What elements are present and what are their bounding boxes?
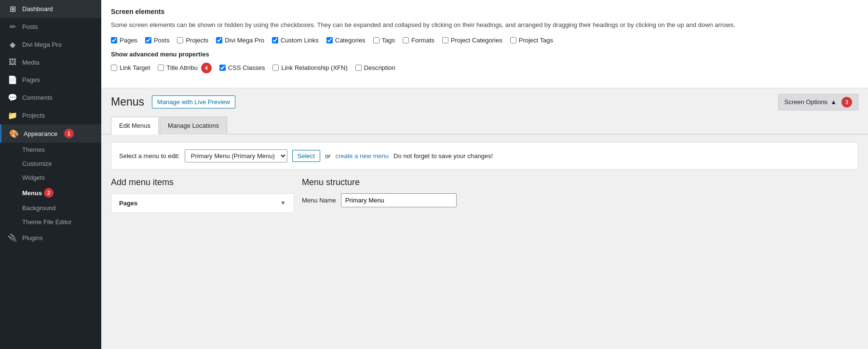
title-attrib-badge: 4 <box>201 63 212 73</box>
checkbox-tags-input[interactable] <box>373 37 380 43</box>
checkbox-project-categories-input[interactable] <box>442 37 448 43</box>
checkbox-title-attributes-input[interactable] <box>158 65 164 71</box>
checkbox-link-target-input[interactable] <box>111 65 117 71</box>
main-content: Screen elements Some screen elements can… <box>101 0 868 349</box>
checkbox-categories[interactable]: Categories <box>326 37 366 44</box>
screen-options-button[interactable]: Screen Options ▲ 3 <box>778 94 858 110</box>
checkbox-custom-links[interactable]: Custom Links <box>272 37 319 44</box>
checkbox-categories-input[interactable] <box>326 37 333 43</box>
menu-select[interactable]: Primary Menu (Primary Menu) <box>185 149 287 162</box>
projects-icon: 📁 <box>8 111 17 120</box>
or-text: or <box>325 152 331 160</box>
media-icon: 🖼 <box>8 58 17 67</box>
plugins-icon: 🔌 <box>8 233 17 242</box>
sidebar-item-dashboard[interactable]: ⊞ Dashboard <box>0 0 101 18</box>
select-button[interactable]: Select <box>292 150 320 162</box>
sidebar-sub-customize[interactable]: Customize <box>0 157 101 171</box>
checkbox-pages-input[interactable] <box>111 37 117 43</box>
checkbox-link-target[interactable]: Link Target <box>111 64 150 71</box>
bottom-sections: Add menu items Pages ▼ Menu structure Me… <box>101 177 868 221</box>
checkbox-link-relationship-input[interactable] <box>272 65 279 71</box>
sidebar-item-comments[interactable]: 💬 Comments <box>0 89 101 107</box>
sidebar-sub-menus[interactable]: Menus 2 <box>0 185 101 201</box>
checkbox-link-relationship[interactable]: Link Relationship (XFN) <box>272 64 347 71</box>
menu-structure-section: Menu structure Menu Name <box>302 177 858 213</box>
pages-accordion-header[interactable]: Pages ▼ <box>111 194 294 213</box>
checkbox-project-categories[interactable]: Project Categories <box>442 37 502 44</box>
comments-icon: 💬 <box>8 93 17 102</box>
tab-manage-locations[interactable]: Manage Locations <box>160 117 227 134</box>
checkbox-pages[interactable]: Pages <box>111 37 137 44</box>
dashboard-icon: ⊞ <box>8 4 17 13</box>
advanced-props-title: Show advanced menu properties <box>111 51 858 58</box>
sidebar-item-label: Comments <box>22 94 53 101</box>
sidebar-sub-theme-file-editor[interactable]: Theme File Editor <box>0 215 101 229</box>
checkbox-divi-mega-pro-input[interactable] <box>216 37 222 43</box>
checkbox-css-classes-input[interactable] <box>219 65 226 71</box>
sidebar-item-label: Media <box>22 59 39 66</box>
sidebar-item-pages[interactable]: 📄 Pages <box>0 71 101 89</box>
checkbox-project-tags[interactable]: Project Tags <box>510 37 553 44</box>
sidebar-sub-background[interactable]: Background <box>0 201 101 215</box>
sidebar-item-media[interactable]: 🖼 Media <box>0 54 101 71</box>
sidebar-item-label: Posts <box>22 23 38 30</box>
checkbox-formats-input[interactable] <box>403 37 409 43</box>
screen-elements-title: Screen elements <box>111 8 858 15</box>
appearance-icon: 🎨 <box>9 129 19 138</box>
checkbox-description[interactable]: Description <box>355 64 395 71</box>
sidebar-sub-widgets[interactable]: Widgets <box>0 171 101 185</box>
menu-name-input[interactable] <box>341 193 457 207</box>
menus-title-row: Menus Manage with Live Preview <box>111 95 235 108</box>
sidebar-item-appearance[interactable]: 🎨 Appearance 1 <box>0 124 101 143</box>
appearance-submenu: Themes Customize Widgets Menus 2 Backgro… <box>0 143 101 229</box>
checkbox-posts-input[interactable] <box>145 37 151 43</box>
live-preview-button[interactable]: Manage with Live Preview <box>152 95 235 108</box>
menus-title: Menus <box>111 95 144 108</box>
appearance-badge: 1 <box>64 129 74 138</box>
checkbox-title-attributes[interactable]: Title Attribu 4 <box>158 63 212 73</box>
menus-header: Menus Manage with Live Preview Screen Op… <box>101 88 868 116</box>
divi-icon: ◆ <box>8 40 17 49</box>
checkbox-css-classes[interactable]: CSS Classes <box>219 64 265 71</box>
screen-options-panel: Screen elements Some screen elements can… <box>101 0 868 88</box>
menu-name-label: Menu Name <box>302 197 336 204</box>
add-menu-items-section: Add menu items Pages ▼ <box>111 177 294 213</box>
save-note: Do not forget to save your changes! <box>393 152 493 160</box>
sidebar-item-label: Pages <box>22 76 40 83</box>
select-label: Select a menu to edit: <box>119 152 180 160</box>
sidebar: ⊞ Dashboard ✏ Posts ◆ Divi Mega Pro 🖼 Me… <box>0 0 101 349</box>
sidebar-item-projects[interactable]: 📁 Projects <box>0 107 101 124</box>
checkbox-project-tags-input[interactable] <box>510 37 516 43</box>
tab-edit-menus[interactable]: Edit Menus <box>111 117 159 134</box>
menu-name-row: Menu Name <box>302 193 858 207</box>
sidebar-item-label: Projects <box>22 112 45 119</box>
sidebar-item-posts[interactable]: ✏ Posts <box>0 18 101 36</box>
checkbox-divi-mega-pro[interactable]: Divi Mega Pro <box>216 37 264 44</box>
checkbox-formats[interactable]: Formats <box>403 37 434 44</box>
sidebar-item-label: Appearance <box>24 130 57 137</box>
screen-elements-desc: Some screen elements can be shown or hid… <box>111 20 858 30</box>
content-area: Menus Manage with Live Preview Screen Op… <box>101 88 868 349</box>
menus-badge: 2 <box>44 188 54 198</box>
sidebar-item-plugins[interactable]: 🔌 Plugins <box>0 229 101 247</box>
sidebar-item-divi-mega-pro[interactable]: ◆ Divi Mega Pro <box>0 36 101 54</box>
sidebar-item-label: Plugins <box>22 234 43 242</box>
menu-structure-title: Menu structure <box>302 177 858 188</box>
tabs-row: Edit Menus Manage Locations <box>101 116 868 134</box>
screen-checkboxes-row: Pages Posts Projects Divi Mega Pro Custo… <box>111 37 858 44</box>
pages-accordion: Pages ▼ <box>111 193 294 213</box>
checkbox-projects[interactable]: Projects <box>177 37 208 44</box>
posts-icon: ✏ <box>8 22 17 31</box>
checkbox-projects-input[interactable] <box>177 37 183 43</box>
sidebar-item-label: Divi Mega Pro <box>22 41 62 48</box>
checkbox-description-input[interactable] <box>355 65 362 71</box>
checkbox-tags[interactable]: Tags <box>373 37 395 44</box>
advanced-checkboxes-row: Link Target Title Attribu 4 CSS Classes … <box>111 63 858 73</box>
create-new-menu-link[interactable]: create a new menu <box>335 152 389 160</box>
checkbox-posts[interactable]: Posts <box>145 37 170 44</box>
screen-options-badge: 3 <box>841 97 852 107</box>
add-menu-items-title: Add menu items <box>111 177 294 188</box>
checkbox-custom-links-input[interactable] <box>272 37 278 43</box>
screen-options-label: Screen Options <box>785 98 828 106</box>
sidebar-sub-themes[interactable]: Themes <box>0 143 101 157</box>
